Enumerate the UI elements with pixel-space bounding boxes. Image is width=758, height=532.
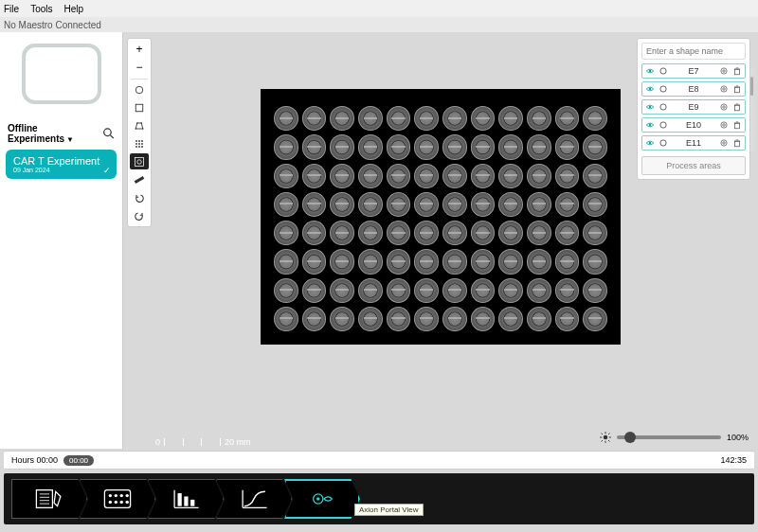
- eye-icon[interactable]: [645, 120, 655, 130]
- well[interactable]: [414, 278, 439, 303]
- well[interactable]: [583, 278, 607, 303]
- polygon-tool-icon[interactable]: [130, 118, 149, 134]
- well[interactable]: [302, 307, 327, 331]
- shape-row[interactable]: E10: [641, 117, 746, 133]
- well[interactable]: [414, 134, 439, 159]
- well[interactable]: [442, 164, 467, 188]
- well[interactable]: [555, 164, 580, 188]
- well[interactable]: [302, 134, 327, 159]
- focus-tool-icon[interactable]: [130, 153, 149, 169]
- well[interactable]: [498, 221, 523, 245]
- well[interactable]: [471, 307, 496, 331]
- well[interactable]: [302, 221, 327, 245]
- well[interactable]: [498, 278, 523, 303]
- well[interactable]: [442, 134, 467, 159]
- well[interactable]: [555, 307, 580, 331]
- target-icon[interactable]: [719, 120, 729, 130]
- shape-name-input[interactable]: [641, 43, 746, 60]
- well[interactable]: [442, 307, 467, 331]
- well[interactable]: [274, 164, 298, 188]
- well[interactable]: [527, 106, 551, 131]
- well[interactable]: [414, 307, 439, 331]
- well[interactable]: [583, 221, 607, 245]
- target-icon[interactable]: [719, 138, 729, 148]
- shape-row[interactable]: E11: [641, 135, 746, 151]
- well[interactable]: [358, 106, 383, 131]
- well[interactable]: [358, 307, 383, 331]
- well[interactable]: [387, 164, 411, 188]
- well[interactable]: [555, 106, 580, 131]
- well[interactable]: [442, 106, 467, 131]
- well[interactable]: [498, 134, 523, 159]
- well[interactable]: [387, 192, 411, 217]
- well[interactable]: [302, 164, 327, 188]
- well[interactable]: [471, 134, 496, 159]
- undo-button[interactable]: [130, 189, 149, 205]
- well[interactable]: [358, 134, 383, 159]
- well[interactable]: [387, 307, 411, 331]
- well[interactable]: [527, 164, 551, 188]
- well[interactable]: [471, 249, 496, 274]
- well[interactable]: [442, 221, 467, 245]
- well[interactable]: [330, 106, 354, 131]
- delete-icon[interactable]: [732, 84, 742, 94]
- nav-step-notes[interactable]: [11, 479, 87, 519]
- nav-step-plate[interactable]: [80, 479, 155, 519]
- delete-icon[interactable]: [732, 102, 742, 112]
- redo-button[interactable]: [130, 207, 149, 223]
- well[interactable]: [555, 249, 580, 274]
- well-plate[interactable]: [261, 89, 621, 345]
- target-icon[interactable]: [719, 66, 729, 76]
- well[interactable]: [471, 221, 496, 245]
- offline-experiments-label[interactable]: Offline Experiments▼: [8, 123, 102, 144]
- target-icon[interactable]: [719, 102, 729, 112]
- eye-icon[interactable]: [645, 66, 655, 76]
- well[interactable]: [414, 164, 439, 188]
- well[interactable]: [583, 249, 607, 274]
- rect-tool-icon[interactable]: [130, 100, 149, 116]
- zoom-out-button[interactable]: −: [130, 60, 149, 76]
- well[interactable]: [387, 249, 411, 274]
- well[interactable]: [583, 307, 607, 331]
- well[interactable]: [583, 134, 607, 159]
- well[interactable]: [358, 249, 383, 274]
- nav-step-bars[interactable]: [148, 479, 224, 519]
- well[interactable]: [330, 249, 354, 274]
- well[interactable]: [527, 221, 551, 245]
- well[interactable]: [555, 134, 580, 159]
- well[interactable]: [387, 278, 411, 303]
- well[interactable]: [471, 278, 496, 303]
- well[interactable]: [583, 164, 607, 188]
- well[interactable]: [442, 192, 467, 217]
- shape-row[interactable]: E8: [641, 81, 746, 97]
- brightness-thumb[interactable]: [624, 432, 636, 443]
- well[interactable]: [498, 164, 523, 188]
- well[interactable]: [471, 164, 496, 188]
- nav-step-curve[interactable]: [216, 479, 292, 519]
- shape-row[interactable]: E7: [641, 63, 746, 79]
- search-icon[interactable]: [102, 127, 115, 140]
- eye-icon[interactable]: [645, 84, 655, 94]
- scrollbar-thumb[interactable]: [750, 77, 753, 96]
- well[interactable]: [555, 278, 580, 303]
- grid-tool-icon[interactable]: [130, 135, 149, 151]
- well[interactable]: [471, 192, 496, 217]
- well[interactable]: [414, 249, 439, 274]
- well[interactable]: [274, 134, 298, 159]
- well[interactable]: [330, 278, 354, 303]
- well[interactable]: [302, 106, 327, 131]
- well[interactable]: [330, 192, 354, 217]
- timeline-current[interactable]: 00:00: [63, 455, 94, 466]
- canvas[interactable]: 0 20 mm E7E8E9E10E11 Process areas 100%: [152, 32, 758, 449]
- target-icon[interactable]: [719, 84, 729, 94]
- process-areas-button[interactable]: Process areas: [641, 156, 746, 175]
- well[interactable]: [330, 307, 354, 331]
- well[interactable]: [274, 307, 298, 331]
- well[interactable]: [471, 106, 496, 131]
- plate-thumbnail[interactable]: [22, 44, 101, 104]
- eye-icon[interactable]: [645, 102, 655, 112]
- well[interactable]: [358, 164, 383, 188]
- well[interactable]: [527, 134, 551, 159]
- well[interactable]: [527, 249, 551, 274]
- well[interactable]: [414, 192, 439, 217]
